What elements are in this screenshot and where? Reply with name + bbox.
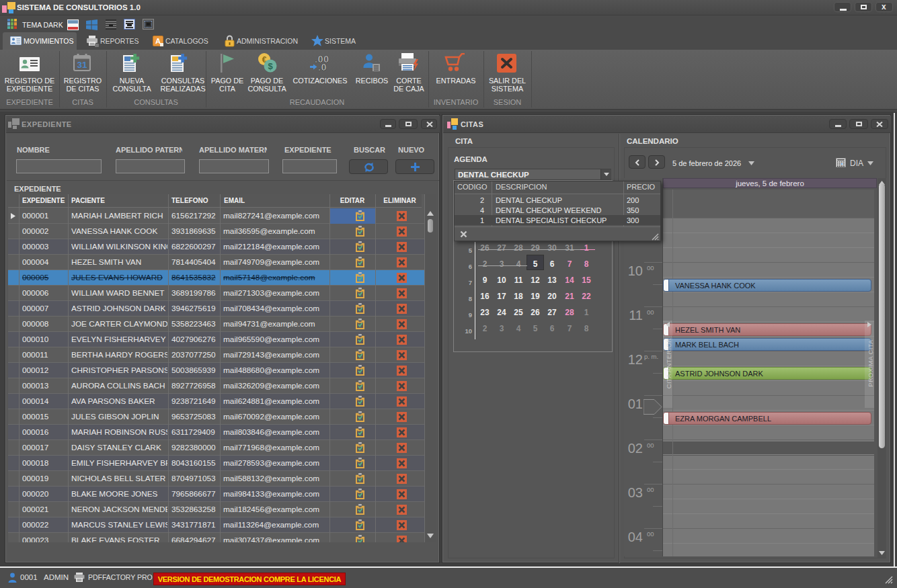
svg-text:31: 31 [77, 60, 87, 70]
svg-text:$: $ [268, 61, 273, 71]
svg-text:.0: .0 [318, 62, 327, 72]
